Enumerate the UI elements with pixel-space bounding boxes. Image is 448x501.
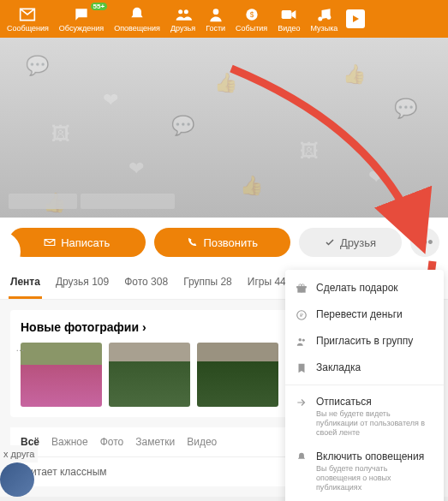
nav-label: Обсуждения (59, 24, 104, 33)
filter-video[interactable]: Видео (187, 436, 217, 448)
dd-notify[interactable]: Включить оповещения Вы будете получать о… (285, 444, 444, 498)
nav-label: События (236, 24, 267, 33)
mail-icon (44, 236, 56, 248)
dd-label: Отписаться (316, 396, 433, 408)
play-icon (350, 14, 361, 24)
video-icon (280, 6, 297, 23)
events-icon: $ (243, 6, 260, 23)
nav-notifications[interactable]: Оповещения (109, 4, 165, 34)
bookmark-icon (296, 362, 308, 374)
dd-label: Закладка (316, 361, 433, 373)
mail-icon (19, 6, 36, 23)
write-button[interactable]: Написать (9, 228, 146, 257)
photo-thumbnail[interactable] (21, 343, 102, 407)
dd-money[interactable]: ₽ Перевести деньги (285, 301, 444, 328)
nav-friends[interactable]: Друзья (165, 4, 200, 34)
group-icon (296, 336, 308, 348)
dd-label: Включить оповещения (316, 450, 433, 462)
guest-icon (207, 6, 224, 23)
nav-events[interactable]: $ События (230, 4, 272, 34)
svg-point-13 (302, 339, 305, 342)
dd-unsubscribe[interactable]: Отписаться Вы не будете видеть публикаци… (285, 389, 444, 444)
top-navigation: Сообщения 55+ Обсуждения Оповещения Друз… (0, 0, 448, 38)
nav-label: Сообщения (7, 24, 49, 33)
svg-point-2 (212, 9, 218, 15)
nav-discussions[interactable]: 55+ Обсуждения (54, 4, 109, 34)
dd-gift[interactable]: Сделать подарок (285, 275, 444, 301)
nav-label: Оповещения (114, 24, 160, 33)
friend-avatar[interactable] (0, 462, 34, 497)
photo-thumbnail[interactable] (109, 343, 190, 407)
dd-label: Перевести деньги (316, 308, 433, 320)
svg-point-0 (178, 9, 182, 14)
dd-invite[interactable]: Пригласить в группу (285, 328, 444, 355)
money-icon: ₽ (296, 309, 308, 321)
nav-label: Музыка (311, 24, 338, 33)
svg-rect-5 (282, 10, 292, 19)
dd-sublabel: Вы не будете видеть публикации от пользо… (316, 409, 433, 437)
nav-music[interactable]: Музыка (306, 4, 343, 34)
play-button[interactable] (346, 9, 365, 28)
nav-label: Гости (206, 24, 225, 33)
tab-groups[interactable]: Группы 28 (182, 267, 234, 299)
svg-point-7 (327, 15, 332, 19)
svg-text:₽: ₽ (300, 312, 303, 318)
svg-point-12 (299, 338, 302, 342)
people-icon (175, 6, 192, 23)
music-icon (315, 6, 332, 23)
svg-point-6 (319, 16, 323, 21)
filter-photo[interactable]: Фото (100, 436, 124, 448)
dd-label: Сделать подарок (316, 282, 433, 294)
nav-video[interactable]: Видео (272, 4, 305, 34)
chat-icon (73, 6, 90, 23)
gift-icon (296, 283, 308, 295)
svg-point-1 (183, 9, 188, 14)
mutual-friends-label: х друга (0, 445, 38, 462)
badge: 55+ (91, 3, 108, 10)
filter-important[interactable]: Важное (51, 436, 88, 448)
button-label: Написать (61, 236, 110, 249)
dd-separator (285, 385, 444, 385)
nav-messages[interactable]: Сообщения (2, 4, 54, 34)
nav-label: Друзья (170, 24, 195, 33)
phone-icon (186, 236, 198, 248)
bell-icon (296, 451, 308, 463)
left-ellipsis: ... (0, 343, 24, 353)
bell-icon (128, 6, 146, 23)
tab-feed[interactable]: Лента (9, 267, 42, 299)
nav-label: Видео (278, 24, 300, 33)
filter-notes[interactable]: Заметки (135, 436, 175, 448)
dd-sublabel: Вы будете получать оповещения о новых пу… (316, 464, 433, 492)
photo-thumbnail[interactable] (197, 343, 278, 407)
more-dropdown: Сделать подарок ₽ Перевести деньги Пригл… (285, 270, 444, 501)
annotation-arrow (223, 60, 445, 260)
dd-label: Пригласить в группу (316, 335, 433, 347)
svg-text:$: $ (249, 10, 254, 19)
tab-games[interactable]: Игры 44 (246, 267, 288, 299)
tab-friends[interactable]: Друзья 109 (54, 267, 111, 299)
unsubscribe-icon (296, 397, 308, 409)
tab-photos[interactable]: Фото 308 (122, 267, 170, 299)
dd-bookmark[interactable]: Закладка (285, 355, 444, 381)
nav-guests[interactable]: Гости (200, 4, 230, 34)
profile-name (9, 194, 175, 209)
